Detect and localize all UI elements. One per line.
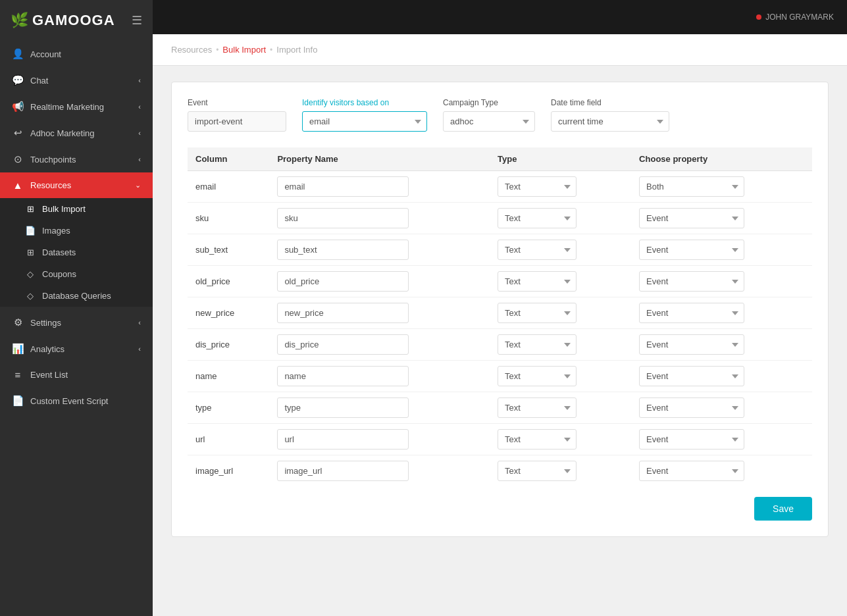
sidebar-item-database-queries-label: Database Queries [42,291,111,301]
table-row: emailTextNumberBooleanDateBothEventUserN… [188,171,812,203]
table-row: skuTextNumberBooleanDateBothEventUserNon… [188,203,812,234]
sidebar-item-images[interactable]: 📄 Images [0,220,153,242]
type-select-name[interactable]: TextNumberBooleanDate [498,366,577,386]
property-input-sku[interactable] [277,208,409,228]
choose-select-sub_text[interactable]: BothEventUserNone [639,240,744,260]
cell-type: TextNumberBooleanDate [490,455,631,487]
property-input-type[interactable] [277,398,409,418]
chevron-down-icon: ⌄ [135,181,141,190]
type-select-image_url[interactable]: TextNumberBooleanDate [498,461,577,481]
sidebar-item-chat[interactable]: 💬 Chat ‹ [0,67,153,93]
chevron-icon: ‹ [138,129,141,137]
sidebar-item-chat-label: Chat [30,76,48,86]
choose-select-email[interactable]: BothEventUserNone [639,176,744,197]
sidebar-item-coupons[interactable]: ◇ Coupons [0,263,153,285]
cell-property [269,203,490,234]
datasets-icon: ⊞ [25,247,36,257]
campaign-type-select[interactable]: adhoc realtime both [443,111,535,132]
choose-select-image_url[interactable]: BothEventUserNone [639,461,744,481]
cell-choose: BothEventUserNone [631,234,812,266]
type-select-type[interactable]: TextNumberBooleanDate [498,398,577,418]
cell-type: TextNumberBooleanDate [490,392,631,424]
breadcrumb-import-info: Import Info [276,45,317,55]
cell-choose: BothEventUserNone [631,266,812,297]
sidebar-item-resources-label: Resources [30,180,71,190]
cell-column-name: url [188,424,269,455]
cell-property [269,297,490,329]
property-input-url[interactable] [277,429,409,449]
type-select-old_price[interactable]: TextNumberBooleanDate [498,271,577,292]
event-list-icon: ≡ [12,369,24,380]
property-input-name[interactable] [277,366,409,386]
choose-select-sku[interactable]: BothEventUserNone [639,208,744,228]
adhoc-icon: ↩ [12,127,24,139]
identify-select[interactable]: email user_id phone [302,111,427,132]
chat-icon: 💬 [12,74,24,86]
choose-select-old_price[interactable]: BothEventUserNone [639,271,744,292]
type-select-email[interactable]: TextNumberBooleanDate [498,176,577,197]
type-select-dis_price[interactable]: TextNumberBooleanDate [498,334,577,355]
type-select-new_price[interactable]: TextNumberBooleanDate [498,303,577,323]
account-icon: 👤 [12,48,24,60]
columns-table: Column Property Name Type Choose propert… [188,147,812,486]
sidebar-item-event-list[interactable]: ≡ Event List [0,362,153,388]
cell-property [269,266,490,297]
sidebar-item-database-queries[interactable]: ◇ Database Queries [0,285,153,307]
database-queries-icon: ◇ [25,291,36,301]
table-row: old_priceTextNumberBooleanDateBothEventU… [188,266,812,297]
property-input-dis_price[interactable] [277,334,409,355]
sidebar-item-touchpoints[interactable]: ⊙ Touchpoints ‹ [0,146,153,172]
cell-choose: BothEventUserNone [631,329,812,361]
cell-choose: BothEventUserNone [631,392,812,424]
cell-type: TextNumberBooleanDate [490,234,631,266]
sidebar-item-analytics[interactable]: 📊 Analytics ‹ [0,336,153,362]
choose-select-dis_price[interactable]: BothEventUserNone [639,334,744,355]
type-select-sku[interactable]: TextNumberBooleanDate [498,208,577,228]
sidebar-item-bulk-import[interactable]: ⊞ Bulk Import [0,198,153,220]
property-input-sub_text[interactable] [277,240,409,260]
datetime-select[interactable]: current time custom [551,111,669,132]
sidebar-item-settings[interactable]: ⚙ Settings ‹ [0,309,153,336]
sidebar-item-realtime-marketing[interactable]: 📢 Realtime Marketing ‹ [0,93,153,120]
choose-select-name[interactable]: BothEventUserNone [639,366,744,386]
sidebar-item-bulk-import-label: Bulk Import [42,204,86,214]
sidebar-item-adhoc-marketing[interactable]: ↩ Adhoc Marketing ‹ [0,120,153,146]
breadcrumb: Resources • Bulk Import • Import Info [153,34,847,66]
choose-select-new_price[interactable]: BothEventUserNone [639,303,744,323]
property-input-image_url[interactable] [277,461,409,481]
cell-column-name: sku [188,203,269,234]
cell-column-name: old_price [188,266,269,297]
identify-label: Identify visitors based on [302,98,427,107]
event-input[interactable] [188,111,286,132]
table-row: sub_textTextNumberBooleanDateBothEventUs… [188,234,812,266]
content-area: Event Identify visitors based on email u… [153,66,847,616]
cell-choose: BothEventUserNone [631,297,812,329]
sidebar-item-realtime-label: Realtime Marketing [30,102,104,112]
sidebar-item-images-label: Images [42,226,70,236]
save-button[interactable]: Save [754,497,812,521]
choose-select-url[interactable]: BothEventUserNone [639,429,744,449]
sidebar-item-account[interactable]: 👤 Account [0,41,153,67]
sidebar-item-custom-event-script[interactable]: 📄 Custom Event Script [0,388,153,414]
cell-property [269,392,490,424]
hamburger-icon[interactable]: ☰ [132,13,142,28]
user-status-dot [756,14,761,20]
sidebar-item-datasets-label: Datasets [42,247,76,257]
property-input-new_price[interactable] [277,303,409,323]
cell-column-name: name [188,361,269,392]
property-input-old_price[interactable] [277,271,409,292]
chevron-icon: ‹ [138,155,141,163]
breadcrumb-bulk-import[interactable]: Bulk Import [222,45,266,55]
property-input-email[interactable] [277,176,409,197]
sidebar-item-resources[interactable]: ▲ Resources ⌄ [0,172,153,198]
choose-select-type[interactable]: BothEventUserNone [639,398,744,418]
cell-choose: BothEventUserNone [631,203,812,234]
type-select-sub_text[interactable]: TextNumberBooleanDate [498,240,577,260]
sidebar-item-datasets[interactable]: ⊞ Datasets [0,242,153,263]
topbar: JOHN GRAYMARK [153,0,847,34]
sidebar-item-adhoc-label: Adhoc Marketing [30,128,95,138]
cell-choose: BothEventUserNone [631,361,812,392]
realtime-icon: 📢 [12,101,24,113]
breadcrumb-resources[interactable]: Resources [171,45,212,55]
type-select-url[interactable]: TextNumberBooleanDate [498,429,577,449]
